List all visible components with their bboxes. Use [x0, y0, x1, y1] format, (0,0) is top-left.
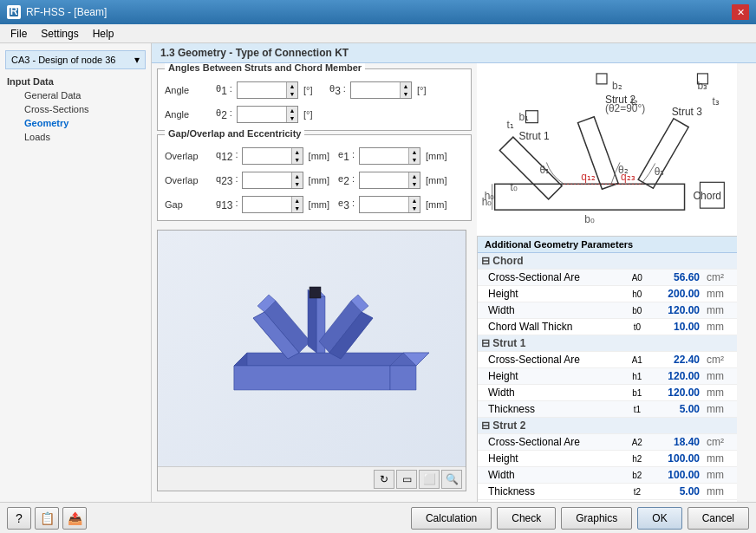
gap-field-e1[interactable]: 0.00: [360, 148, 408, 164]
close-button[interactable]: ✕: [732, 4, 749, 20]
gap-spin-e3[interactable]: ▲ ▼: [408, 197, 420, 212]
check-button[interactable]: Check: [497, 507, 556, 530]
sidebar-item-general[interactable]: General Data: [0, 88, 151, 102]
gap-spin-e1[interactable]: ▲ ▼: [408, 148, 420, 164]
gap-spin-up-e2[interactable]: ▲: [409, 172, 420, 180]
section-row-0: ⊟ Chord: [478, 253, 737, 270]
section-toggle-0[interactable]: ⊟ Chord: [478, 253, 737, 270]
gap-field-q23[interactable]: -43.43: [243, 172, 291, 188]
sidebar-dropdown-wrap[interactable]: CA3 - Design of node 36 ▾: [5, 50, 146, 69]
gap-spin-g13[interactable]: ▲ ▼: [291, 197, 303, 212]
calculation-button[interactable]: Calculation: [411, 507, 492, 530]
gap-field-q12[interactable]: -30.13: [243, 148, 291, 164]
gap-field-e2[interactable]: -0.01: [360, 172, 408, 188]
gap-input-e1[interactable]: 0.00 ▲ ▼: [359, 147, 420, 165]
gap-group: Gap/Overlap and Eccentricity Overlap q12…: [157, 134, 472, 221]
gap-spin-down-q23[interactable]: ▼: [292, 180, 303, 188]
gap-input-g13[interactable]: 26.44 ▲ ▼: [242, 196, 303, 213]
angle-spin-up-2[interactable]: ▲: [287, 107, 297, 114]
gap-spin-down-e2[interactable]: ▼: [409, 180, 420, 188]
angle-input-1[interactable]: 42.71 ▲ ▼: [237, 81, 298, 99]
gap-spin-q23[interactable]: ▲ ▼: [291, 172, 303, 188]
geo-table[interactable]: ⊟ Chord Cross-Sectional Are A0 56.60 cm²…: [478, 253, 737, 502]
gap-spin-up-e3[interactable]: ▲: [409, 197, 420, 205]
gap-spin-down-q12[interactable]: ▼: [292, 156, 303, 164]
angle-unit-3: [°]: [417, 85, 433, 95]
row-unit: mm: [703, 401, 737, 418]
angle-field-2[interactable]: 90.00: [238, 107, 286, 122]
table-row: Width b0 120.00 mm: [478, 302, 737, 319]
angles-group: Angles Between Struts and Chord Member A…: [157, 68, 472, 131]
angle-input-3[interactable]: 56.31 ▲ ▼: [350, 81, 412, 99]
window-title: RF-HSS - [Beam]: [26, 6, 107, 18]
menu-bar: File Settings Help: [0, 24, 756, 43]
angle-input-2[interactable]: 90.00 ▲ ▼: [237, 106, 298, 123]
angle-spin-down-2[interactable]: ▼: [287, 114, 297, 122]
svg-text:θ₁: θ₁: [539, 164, 550, 176]
svg-marker-2: [234, 353, 403, 366]
graphics-button[interactable]: Graphics: [561, 507, 632, 530]
section-toggle-1[interactable]: ⊟ Strut 1: [478, 335, 737, 352]
geo-table-area: Additional Geometry Parameters ⊟ Chord C…: [477, 237, 737, 502]
sidebar-item-geometry[interactable]: Geometry: [0, 116, 151, 130]
row-symbol: h2: [625, 451, 649, 467]
angle-field-1[interactable]: 42.71: [238, 82, 286, 98]
gap-field-e3[interactable]: 0.00: [360, 197, 408, 212]
angle-spin-down-3[interactable]: ▼: [401, 90, 411, 98]
table-row: Thickness t2 5.00 mm: [478, 484, 737, 500]
svg-text:t₃: t₃: [712, 95, 719, 107]
ok-button[interactable]: OK: [637, 507, 681, 530]
sidebar-item-loads[interactable]: Loads: [0, 130, 151, 144]
row-label: Cross-Sectional Are: [478, 270, 625, 286]
export-icon-btn[interactable]: 📤: [62, 507, 87, 530]
gap-spin-down-e1[interactable]: ▼: [409, 156, 420, 164]
row-symbol: A0: [625, 270, 649, 286]
angle-spin-down-1[interactable]: ▼: [287, 90, 297, 98]
row-unit: cm²: [703, 270, 737, 286]
sidebar-item-cross-sections[interactable]: Cross-Sections: [0, 102, 151, 116]
sidebar-dropdown[interactable]: CA3 - Design of node 36: [11, 55, 131, 65]
gap-spin-q12[interactable]: ▲ ▼: [291, 148, 303, 164]
menu-help[interactable]: Help: [86, 26, 121, 42]
view-btn-front[interactable]: ▭: [396, 470, 417, 489]
gap-input-e2[interactable]: -0.01 ▲ ▼: [359, 172, 420, 189]
row-unit: mm: [703, 385, 737, 401]
gap-input-e3[interactable]: 0.00 ▲ ▼: [359, 196, 420, 213]
row-unit: mm: [703, 319, 737, 335]
angle-spin-1[interactable]: ▲ ▼: [286, 82, 297, 98]
angle-spin-3[interactable]: ▲ ▼: [400, 82, 411, 98]
view-btn-frame[interactable]: ⬜: [419, 470, 440, 489]
menu-settings[interactable]: Settings: [34, 26, 85, 42]
gap-spin-down-g13[interactable]: ▼: [292, 205, 303, 212]
gap-spin-up-g13[interactable]: ▲: [292, 197, 303, 205]
gap-spin-up-q23[interactable]: ▲: [292, 172, 303, 180]
angle-spin-up-3[interactable]: ▲: [401, 82, 411, 90]
row-value: 100.00: [649, 451, 703, 467]
gap-field-g13[interactable]: 26.44: [243, 197, 291, 212]
gap-input-q23[interactable]: -43.43 ▲ ▼: [242, 172, 303, 189]
row-symbol: t0: [625, 319, 649, 335]
gap-spin-up-e1[interactable]: ▲: [409, 148, 420, 156]
row-label: Width: [478, 467, 625, 484]
angle-unit-2: [°]: [303, 109, 319, 120]
row-unit: mm: [703, 368, 737, 385]
section-toggle-2[interactable]: ⊟ Strut 2: [478, 418, 737, 434]
angle-spin-up-1[interactable]: ▲: [287, 82, 297, 90]
svg-rect-19: [310, 287, 321, 298]
view-btn-zoom[interactable]: 🔍: [441, 470, 462, 489]
view-btn-rotate[interactable]: ↻: [374, 470, 394, 489]
row-label: Cross-Sectional Are: [478, 434, 625, 451]
menu-file[interactable]: File: [3, 26, 34, 42]
gap-spin-down-e3[interactable]: ▼: [409, 205, 420, 212]
gap-input-q12[interactable]: -30.13 ▲ ▼: [242, 147, 303, 165]
angle-field-3[interactable]: 56.31: [351, 82, 400, 98]
gap-unit-q12: [mm]: [309, 151, 329, 161]
gap-spin-e2[interactable]: ▲ ▼: [408, 172, 420, 188]
geo-diagram: Chord b₀ h₀ t₀ Strut 1: [477, 63, 737, 237]
help-icon-btn[interactable]: ?: [7, 507, 31, 530]
note-icon-btn[interactable]: 📋: [35, 507, 59, 530]
gap-spin-up-q12[interactable]: ▲: [292, 148, 303, 156]
section-row-1: ⊟ Strut 1: [478, 335, 737, 352]
cancel-button[interactable]: Cancel: [688, 507, 749, 530]
angle-spin-2[interactable]: ▲ ▼: [286, 107, 297, 122]
